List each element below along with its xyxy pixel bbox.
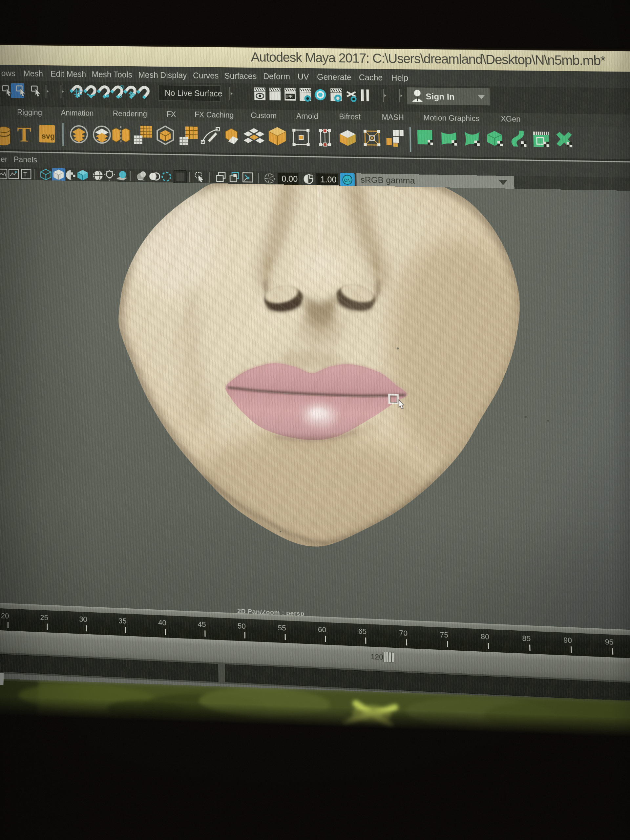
svg-text:No Live Surface: No Live Surface (165, 88, 223, 98)
svg-text:Sign In: Sign In (426, 92, 455, 101)
svg-text:T: T (23, 171, 27, 178)
svg-text:ON: ON (344, 178, 351, 183)
svg-text:IPR: IPR (286, 94, 293, 99)
svg-text:sRGB gamma: sRGB gamma (360, 175, 415, 185)
svg-text:svg: svg (42, 131, 55, 141)
svg-text:0.00: 0.00 (281, 174, 298, 184)
svg-text:T: T (17, 122, 31, 146)
svg-text:1.00: 1.00 (320, 175, 337, 185)
